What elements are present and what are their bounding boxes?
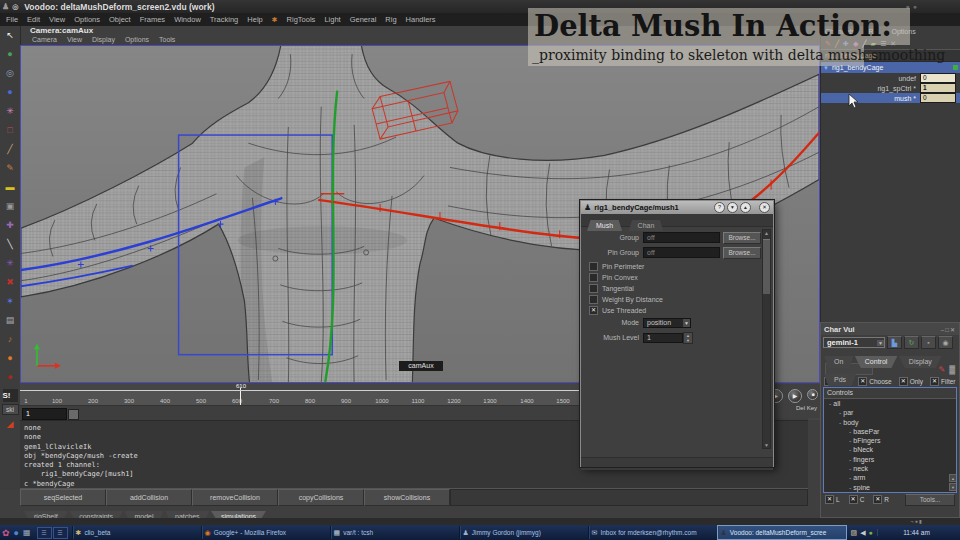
rollup-up-icon[interactable]: ▴ — [740, 202, 751, 213]
menu-frames[interactable]: Frames — [140, 15, 165, 24]
center-checkbox[interactable]: ✕C — [849, 495, 865, 504]
brush-icon[interactable]: ╱ — [2, 140, 18, 159]
dialog-resize-edge[interactable] — [581, 457, 773, 470]
channel-value-field[interactable]: 1 — [920, 83, 956, 93]
vp-menu-camera[interactable]: Camera — [32, 35, 57, 45]
tree-item[interactable]: neck — [824, 464, 956, 473]
left-checkbox[interactable]: ✕L — [825, 495, 840, 504]
use-threaded-checkbox[interactable]: ✕Use Threaded — [581, 305, 761, 316]
mush-level-field[interactable]: 1 — [643, 333, 683, 343]
menu-view[interactable]: View — [49, 15, 65, 24]
vp-menu-display[interactable]: Display — [92, 35, 115, 45]
rollup-down-icon[interactable]: ▾ — [727, 202, 738, 213]
paint-sphere-icon[interactable]: ● — [2, 45, 18, 64]
right-checkbox[interactable]: ✕R — [873, 495, 889, 504]
vp-menu-view[interactable]: View — [67, 35, 82, 45]
task-inbox[interactable]: ✉ Inbox for mderksen@rhythm.com — [588, 526, 717, 539]
dialog-scrollbar[interactable]: ▲▼ — [762, 229, 771, 449]
only-checkbox[interactable]: ✕Only — [899, 377, 923, 386]
pointer-cursor-icon[interactable]: ↖ — [2, 26, 18, 45]
choose-checkbox[interactable]: ✕Choose — [858, 377, 891, 386]
orange-blob-icon[interactable]: ● — [2, 349, 18, 368]
character-select[interactable]: gemini-1 ▼ — [823, 337, 885, 348]
scatter-brush-icon[interactable]: ✳ — [2, 102, 18, 121]
tangential-checkbox[interactable]: Tangential — [581, 283, 761, 294]
cv-tab-control[interactable]: Control — [855, 356, 898, 368]
red-pen-icon[interactable]: ✎ — [938, 365, 945, 374]
wire-sphere-icon[interactable]: ◎ — [2, 64, 18, 83]
needle-icon[interactable]: ╲ — [2, 235, 18, 254]
tray-folder-icon[interactable]: ▨ — [851, 529, 858, 537]
channel-row-spctrl[interactable]: rig1_spCtrl * 1 — [821, 83, 960, 93]
menu-options[interactable]: Options — [74, 15, 100, 24]
tree-item[interactable]: basePar — [824, 427, 956, 436]
snapshot-icon[interactable]: ▪ — [921, 336, 936, 349]
group-input[interactable]: off — [643, 232, 720, 243]
tree-item[interactable]: all — [824, 399, 956, 408]
cv-tab-pds[interactable]: Pds — [824, 374, 856, 386]
menu-handlers[interactable]: Handlers — [406, 15, 436, 24]
channel-row-mush[interactable]: mush * 0 — [821, 93, 960, 103]
play-button[interactable]: ▶ — [788, 389, 802, 403]
ski-button[interactable]: ski — [2, 404, 19, 415]
menu-general[interactable]: General — [350, 15, 377, 24]
mode-select[interactable]: position ▼ — [643, 318, 691, 328]
tree-item[interactable]: bNeck — [824, 445, 956, 454]
channel-row-undef[interactable]: undef 0 — [821, 73, 960, 83]
browser-launcher-icon[interactable]: ● — [14, 528, 19, 538]
menu-edit[interactable]: Edit — [27, 15, 40, 24]
tools-button[interactable]: Tools... — [905, 494, 955, 506]
star-tool-icon[interactable]: ✳ — [2, 254, 18, 273]
pin-group-input[interactable]: off — [643, 247, 720, 258]
menu-object[interactable]: Object — [109, 15, 131, 24]
menu-file[interactable]: File — [6, 15, 18, 24]
task-tcsh[interactable]: ▦ var/t : tcsh — [330, 526, 459, 539]
task-voodoo-active[interactable]: ♟ Voodoo: deltaMushDeform_scree — [717, 525, 847, 540]
group-browse-button[interactable]: Browse... — [723, 232, 761, 244]
pin-convex-checkbox[interactable]: Pin Convex — [581, 272, 761, 283]
graph-icon[interactable]: ▙ — [887, 336, 902, 349]
menu-tracking[interactable]: Tracking — [210, 15, 238, 24]
vp-menu-tools[interactable]: Tools — [159, 35, 175, 45]
task-clio-beta[interactable]: ✱ clio_beta — [72, 526, 201, 539]
showcollisions-button[interactable]: showCollisions — [364, 489, 450, 506]
menu-rig[interactable]: Rig — [385, 15, 396, 24]
cv-tab-display[interactable]: Display — [899, 356, 942, 368]
instrument-icon[interactable]: ♪ — [2, 330, 18, 349]
channel-value-field[interactable]: 0 — [920, 93, 956, 103]
delete-x-icon[interactable]: ✖ — [2, 273, 18, 292]
window-menu-icon[interactable]: ◎ — [12, 3, 18, 11]
seqselected-button[interactable]: seqSelected — [20, 489, 106, 506]
refresh-icon[interactable]: ↻ — [904, 336, 919, 349]
current-frame-field[interactable]: 1 — [22, 408, 67, 420]
menu-help[interactable]: Help — [247, 15, 262, 24]
red-sphere-icon[interactable]: ● — [2, 368, 18, 387]
task-firefox[interactable]: ◉ Google+ - Mozilla Firefox — [201, 526, 330, 539]
tree-item[interactable]: arm — [824, 473, 956, 482]
copycollisions-button[interactable]: copyCollisions — [278, 489, 364, 506]
tray-status-icon[interactable]: ● — [869, 529, 873, 536]
monitor-icon[interactable]: ▤ — [2, 311, 18, 330]
channel-value-field[interactable]: 0 — [920, 73, 956, 83]
tree-item[interactable]: par — [824, 408, 956, 417]
pin-group-browse-button[interactable]: Browse... — [723, 247, 761, 259]
selection-frame-icon[interactable]: ▣ — [2, 197, 18, 216]
mush-level-spinner[interactable]: ▲▼ — [683, 332, 693, 344]
tree-item[interactable]: body — [824, 418, 956, 427]
removecollision-button[interactable]: removeCollision — [192, 489, 278, 506]
tree-item[interactable]: fingers — [824, 455, 956, 464]
tree-item[interactable]: spine — [824, 483, 956, 492]
char-vui-window-buttons[interactable]: −□✕ — [941, 326, 956, 333]
pick-icon[interactable]: ▓ — [949, 365, 955, 374]
vp-menu-options[interactable]: Options — [125, 35, 149, 45]
cv-tab-on[interactable]: On — [824, 356, 853, 368]
terminal-launcher-icon[interactable]: ▦ — [23, 528, 31, 537]
help-icon[interactable]: ? — [714, 202, 725, 213]
filter-checkbox[interactable]: ✕Filter — [930, 377, 955, 386]
pin-perimeter-checkbox[interactable]: Pin Perimeter — [581, 261, 761, 272]
pen-icon[interactable]: ✎ — [2, 159, 18, 178]
stop-button[interactable]: ■ — [807, 389, 818, 400]
burst-icon[interactable]: ✶ — [2, 292, 18, 311]
close-icon[interactable]: ✕ — [759, 202, 770, 213]
tray-arrow-icon[interactable]: ◀ — [860, 529, 865, 537]
